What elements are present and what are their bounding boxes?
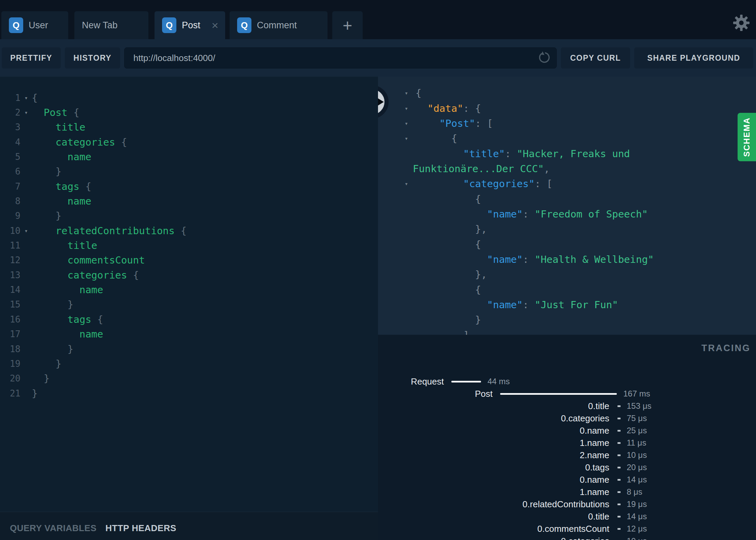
query-type-badge: Q [237,17,251,33]
response-line: ▾ "data": { [378,101,756,116]
code-token: Post [44,107,68,118]
tracing-row: 0.commentsCount12 μs [378,523,756,535]
line-number: 16 [0,314,20,325]
line-number: 21 [0,388,20,399]
tracing-row: 2.name10 μs [378,449,756,461]
history-button[interactable]: HISTORY [65,47,120,69]
code-token [32,225,56,237]
tab-user[interactable]: Q User [1,11,68,39]
response-line: "name": "Health & Wellbeing" [378,252,756,267]
tracing-row: 0.relatedContributions19 μs [378,498,756,510]
fold-toggle-icon[interactable]: ▾ [405,105,408,112]
query-text: name [32,284,103,296]
editor-line: 8 name [0,194,378,208]
query-text: } [32,166,61,177]
code-token: } [32,343,73,355]
query-variables-toggle[interactable]: QUERY VARIABLES [10,523,97,534]
tracing-resolver-label: 0.tags [378,462,609,473]
query-text: } [32,388,38,399]
tracing-resolver-label: 0.title [378,511,609,522]
response-text: }, [416,223,487,235]
fold-toggle-icon[interactable]: ▾ [405,120,408,127]
code-token [32,195,68,207]
code-token: "Health & Wellbeing" [535,254,654,265]
tab-post[interactable]: Q Post × [155,11,225,39]
code-token: { [416,133,457,144]
editor-line: 14 name [0,282,378,297]
fold-toggle-icon[interactable]: ▾ [405,180,408,187]
line-number: 2 [0,107,20,118]
prettify-button[interactable]: PRETTIFY [2,47,61,69]
code-token: title [56,121,85,133]
reload-endpoint-icon[interactable] [537,51,551,65]
line-number: 13 [0,270,20,280]
settings-gear-icon[interactable] [733,14,750,31]
editor-line: 4 categories { [0,135,378,149]
new-tab-button[interactable]: + [332,11,363,39]
tab-comment[interactable]: Q Comment [230,11,328,39]
http-headers-toggle[interactable]: HTTP HEADERS [105,523,176,534]
response-text: "name": "Just For Fun" [416,299,618,311]
schema-tab-label: SCHEMA [742,117,752,157]
query-text: tags { [32,314,103,325]
tracing-duration-value: 10 μs [627,536,647,540]
response-line: } [378,312,756,327]
fold-toggle-icon[interactable]: ▾ [20,109,32,116]
tracing-duration-value: 167 ms [623,389,650,399]
code-token: { [68,107,79,118]
tracing-resolver-label: 0.name [378,425,609,436]
editor-line: 20 } [0,371,378,386]
tracing-row: Post167 ms [378,388,756,400]
close-tab-icon[interactable]: × [212,19,218,31]
code-token: }, [416,269,487,280]
fold-toggle-icon[interactable]: ▾ [405,135,408,142]
code-token: "data" [427,103,463,114]
response-line: ▾ { [378,131,756,146]
tracing-duration-value: 25 μs [627,426,647,435]
response-text: { [416,239,481,250]
fold-toggle-icon[interactable]: ▾ [20,227,32,234]
editor-line: 21} [0,386,378,401]
editor-bottom-bar: QUERY VARIABLES HTTP HEADERS [0,512,378,540]
tab-label: Comment [257,20,297,31]
fold-toggle-icon[interactable]: ▾ [20,94,32,101]
endpoint-url-input[interactable]: http://localhost:4000/ [124,47,557,69]
fold-toggle-icon[interactable]: ▾ [405,90,408,96]
line-number: 17 [0,329,20,339]
response-line: { [378,237,756,252]
tracing-dash [617,405,621,407]
tracing-dash [617,442,621,444]
tracing-duration-value: 19 μs [627,499,647,509]
tracing-resolver-label: Post [378,389,493,399]
response-text: "title": "Hacker, Freaks und [416,148,630,160]
code-token [416,254,487,265]
code-token: : [523,299,535,311]
copy-curl-button[interactable]: COPY CURL [561,47,630,69]
response-line: { [378,282,756,297]
line-number: 7 [0,181,20,192]
response-line: Funktionäre...Der CCC", [378,161,756,176]
code-token: : [523,254,535,265]
code-token [416,299,487,311]
share-playground-button[interactable]: SHARE PLAYGROUND [634,47,753,69]
tracing-row: 0.name14 μs [378,474,756,486]
code-token: : [523,208,535,220]
editor-line: 2▾ Post { [0,105,378,120]
query-editor[interactable]: 1▾{2▾ Post {3 title4 categories {5 name6… [0,77,378,512]
tab-new-tab[interactable]: New Tab [74,11,148,39]
response-text: { [416,193,481,205]
code-token: { [416,284,481,296]
query-text: tags { [32,181,91,192]
tab-label: Post [182,20,200,31]
line-number: 9 [0,211,20,221]
schema-sidebar-tab[interactable]: SCHEMA [738,113,756,161]
response-line: ▾{ [378,86,756,101]
code-token: { [175,225,187,237]
code-token: } [32,210,61,222]
code-token [32,181,56,192]
query-text: } [32,299,73,310]
line-number: 20 [0,373,20,384]
code-token: "title" [463,148,505,160]
tracing-row: 1.name11 μs [378,437,756,449]
code-token: categories [68,269,127,281]
